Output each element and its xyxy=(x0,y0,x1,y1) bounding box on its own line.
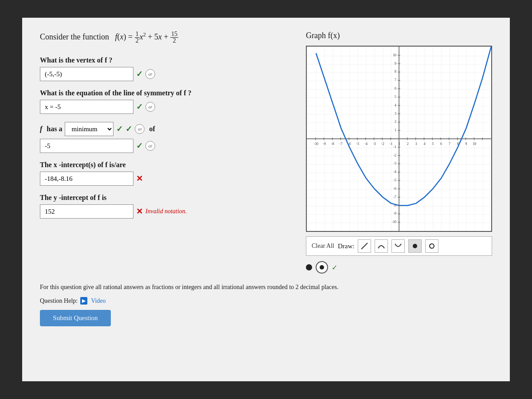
x-intercept-label: The x -intercept(s) of f is/are xyxy=(40,161,293,169)
vertex-question: What is the vertex of f ? ✓ σf xyxy=(40,56,293,81)
curve-down-tool-button[interactable] xyxy=(391,239,405,253)
svg-text:2: 2 xyxy=(395,120,396,124)
video-icon: ▶ xyxy=(80,297,87,305)
minmax-value-info-icon[interactable]: σf xyxy=(145,141,155,151)
vertex-info-icon[interactable]: σf xyxy=(145,69,155,79)
function-description: Consider the function xyxy=(40,32,109,41)
svg-text:1: 1 xyxy=(395,128,396,132)
svg-text:10: 10 xyxy=(473,142,476,146)
svg-text:-1: -1 xyxy=(390,142,393,146)
svg-text:6: 6 xyxy=(440,142,442,146)
draw-label: Draw: xyxy=(338,243,355,250)
dot-selector-row: ✓ xyxy=(306,261,492,274)
minmax-check2: ✓ xyxy=(125,124,132,134)
minmax-row: f has a minimum maximum ✓ ✓ σf of xyxy=(40,122,293,136)
svg-text:7: 7 xyxy=(449,142,450,146)
x-intercept-wrong: ✕ xyxy=(136,174,143,184)
svg-text:3: 3 xyxy=(415,142,417,146)
svg-text:-3: -3 xyxy=(373,142,376,146)
symmetry-question: What is the equation of the line of symm… xyxy=(40,89,293,114)
symmetry-input[interactable] xyxy=(40,100,133,114)
y-intercept-label: The y -intercept of f is xyxy=(40,194,293,202)
bottom-section: For this question give all rational answ… xyxy=(40,282,492,326)
svg-text:-3: -3 xyxy=(393,161,396,165)
main-container: Consider the function f(x) = 12x2 + 5x +… xyxy=(22,18,510,381)
dot-inner xyxy=(320,265,324,270)
y-intercept-answer-row: ✕ Invalid notation. xyxy=(40,204,293,219)
line-tool-button[interactable] xyxy=(358,239,371,253)
svg-text:-7: -7 xyxy=(393,195,396,199)
filled-dot-indicator xyxy=(306,264,312,270)
dot-check: ✓ xyxy=(332,263,337,272)
clear-all-button[interactable]: Clear All xyxy=(312,243,334,250)
x-intercept-input[interactable] xyxy=(40,172,133,186)
curve-up-tool-button[interactable] xyxy=(375,239,388,253)
minmax-question: f has a minimum maximum ✓ ✓ σf of ✓ σf xyxy=(40,122,293,153)
filled-dot-tool-button[interactable] xyxy=(408,239,422,253)
svg-text:-1: -1 xyxy=(393,145,396,149)
draw-toolbar: Clear All Draw: xyxy=(306,236,492,256)
svg-text:-8: -8 xyxy=(331,142,334,146)
minmax-value-row: ✓ σf xyxy=(40,139,293,153)
selected-dot-ring xyxy=(316,261,328,274)
x-intercept-answer-row: ✕ xyxy=(40,172,293,186)
vertex-answer-row: ✓ σf xyxy=(40,67,293,81)
invalid-notation-text: Invalid notation. xyxy=(145,208,187,215)
function-formula: f(x) = 12x2 + 5x + 152 xyxy=(115,32,178,41)
svg-text:-10: -10 xyxy=(314,142,319,146)
function-title: Consider the function f(x) = 12x2 + 5x +… xyxy=(40,31,293,44)
symmetry-answer-row: ✓ σf xyxy=(40,100,293,114)
svg-text:-4: -4 xyxy=(393,170,396,174)
svg-text:-7: -7 xyxy=(340,142,343,146)
svg-text:-6: -6 xyxy=(393,187,396,191)
svg-text:8: 8 xyxy=(395,70,396,74)
minmax-select[interactable]: minimum maximum xyxy=(65,122,113,136)
open-circle-tool-button[interactable] xyxy=(425,239,438,253)
svg-text:2: 2 xyxy=(407,142,409,146)
svg-point-88 xyxy=(430,244,434,248)
svg-text:6: 6 xyxy=(395,86,396,90)
minmax-check: ✓ xyxy=(116,124,123,134)
x-intercept-question: The x -intercept(s) of f is/are ✕ xyxy=(40,161,293,186)
y-intercept-question: The y -intercept of f is ✕ Invalid notat… xyxy=(40,194,293,219)
svg-text:-5: -5 xyxy=(356,142,360,146)
minmax-value-input[interactable] xyxy=(40,139,133,153)
minmax-value-check: ✓ xyxy=(136,141,143,151)
svg-text:9: 9 xyxy=(395,62,396,66)
symmetry-label: What is the equation of the line of symm… xyxy=(40,89,293,97)
svg-text:-2: -2 xyxy=(381,142,384,146)
svg-text:9: 9 xyxy=(466,142,467,146)
right-panel: Graph f(x) xyxy=(306,31,492,274)
graph-container[interactable]: 1 2 3 4 5 6 7 8 9 10 -1 -2 -3 -4 -5 -6 - xyxy=(306,46,492,232)
svg-text:-2: -2 xyxy=(393,153,396,157)
svg-text:3: 3 xyxy=(395,112,396,116)
svg-text:4: 4 xyxy=(423,142,425,146)
f-label: f xyxy=(40,125,42,133)
minmax-info-icon[interactable]: σf xyxy=(135,124,145,134)
svg-text:-4: -4 xyxy=(364,142,368,146)
y-intercept-input[interactable] xyxy=(40,204,133,219)
svg-text:4: 4 xyxy=(395,103,396,107)
svg-line-86 xyxy=(361,243,368,249)
video-link[interactable]: Video xyxy=(91,297,106,305)
svg-text:-9: -9 xyxy=(393,211,396,215)
svg-text:10: 10 xyxy=(393,53,396,57)
graph-title: Graph f(x) xyxy=(306,31,492,40)
left-panel: Consider the function f(x) = 12x2 + 5x +… xyxy=(40,31,293,219)
submit-question-button[interactable]: Submit Question xyxy=(40,310,111,326)
top-section: Consider the function f(x) = 12x2 + 5x +… xyxy=(40,31,492,274)
y-intercept-wrong: ✕ xyxy=(136,207,143,216)
symmetry-info-icon[interactable]: σf xyxy=(145,102,155,112)
svg-text:5: 5 xyxy=(432,142,434,146)
symmetry-check: ✓ xyxy=(136,102,143,112)
question-help-label: Question Help: xyxy=(40,297,78,305)
svg-text:-10: -10 xyxy=(392,220,397,224)
vertex-check: ✓ xyxy=(136,69,143,79)
vertex-input[interactable] xyxy=(40,67,133,81)
has-a-label: has a xyxy=(45,125,62,133)
svg-point-87 xyxy=(413,244,417,248)
svg-text:1: 1 xyxy=(399,142,400,146)
svg-text:-5: -5 xyxy=(393,178,396,182)
of-label: of xyxy=(147,125,155,133)
question-help-row: Question Help: ▶ Video xyxy=(40,297,492,305)
